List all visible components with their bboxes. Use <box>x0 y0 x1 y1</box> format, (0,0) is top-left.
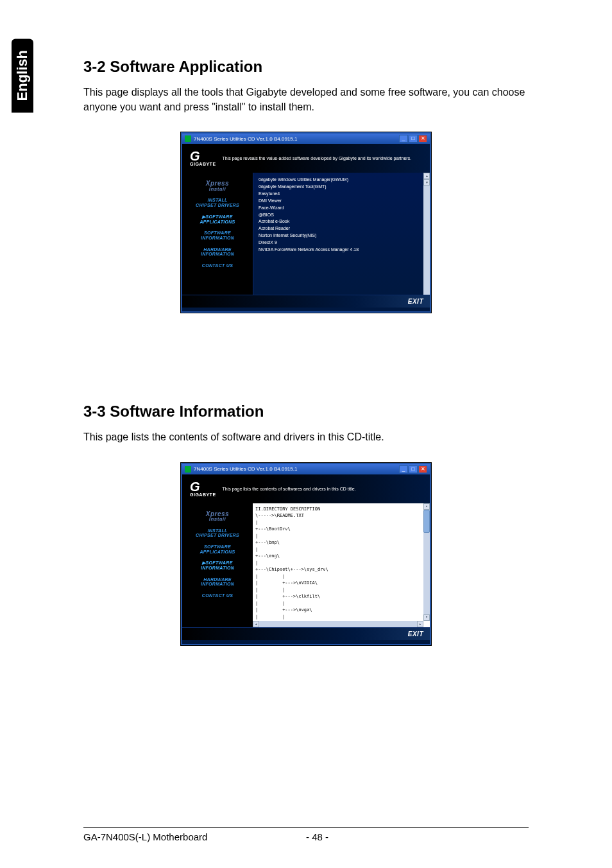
directory-tree: II.DIRECTORY DESCRIPTION \----->\README.… <box>255 506 420 627</box>
window-titlebar: 7N400S Series Utilities CD Ver.1.0 B4.09… <box>182 134 430 144</box>
window-title: 7N400S Series Utilities CD Ver.1.0 B4.09… <box>194 466 297 472</box>
horizontal-scrollbar[interactable]: ◂ ▸ <box>253 621 423 627</box>
close-icon[interactable]: ✕ <box>418 135 427 143</box>
software-application-window: 7N400S Series Utilities CD Ver.1.0 B4.09… <box>181 132 431 313</box>
scroll-left-icon[interactable]: ◂ <box>253 621 259 627</box>
scroll-right-icon[interactable]: ▸ <box>417 621 423 627</box>
nav-software-information[interactable]: SOFTWAREINFORMATION <box>182 228 253 243</box>
gigabyte-logo: G <box>190 150 216 162</box>
section-3-3-heading: 3-3 Software Information <box>83 403 529 421</box>
scroll-down-icon[interactable]: ▾ <box>423 179 430 186</box>
list-item[interactable]: Acrobat e-Book <box>259 218 425 225</box>
footer-product-name: GA-7N400S(-L) Motherboard <box>83 831 306 842</box>
list-item[interactable]: DirectX 9 <box>259 239 425 247</box>
vertical-scrollbar[interactable]: ▴ ▾ <box>423 173 430 295</box>
exit-button[interactable]: EXIT <box>408 630 423 638</box>
gigabyte-brand: GIGABYTE <box>190 162 216 166</box>
software-list-panel: Gigabyte Windows Utilities Manager(GWUM)… <box>253 173 430 295</box>
window-titlebar: 7N400S Series Utilities CD Ver.1.0 B4.09… <box>182 464 430 474</box>
scroll-down-icon[interactable]: ▾ <box>423 614 430 621</box>
list-item[interactable]: Acrobat Reader <box>259 225 425 232</box>
list-item[interactable]: @BIOS <box>259 212 425 219</box>
nav-contact-us[interactable]: CONTACT US <box>182 591 253 601</box>
scrollbar-thumb[interactable] <box>423 510 430 533</box>
exit-button[interactable]: EXIT <box>408 298 423 305</box>
app-icon <box>185 466 191 473</box>
minimize-icon[interactable]: _ <box>399 135 408 143</box>
list-item[interactable]: Norton Internet Security(NIS) <box>259 232 425 239</box>
maximize-icon[interactable]: □ <box>409 465 418 473</box>
nav-software-applications[interactable]: SOFTWAREAPPLICATIONS <box>182 542 253 557</box>
xpress-install-logo[interactable]: XpressInstall <box>182 508 253 525</box>
section-3-2-heading: 3-2 Software Application <box>83 58 529 76</box>
nav-software-applications[interactable]: ▶SOFTWAREAPPLICATIONS <box>182 212 253 227</box>
directory-tree-panel: II.DIRECTORY DESCRIPTION \----->\README.… <box>253 503 430 627</box>
section-3-3-body: This page lists the contents of software… <box>83 430 529 444</box>
list-item[interactable]: DMI Viewer <box>259 198 425 205</box>
close-icon[interactable]: ✕ <box>418 465 427 473</box>
window-title: 7N400S Series Utilities CD Ver.1.0 B4.09… <box>194 136 297 142</box>
gigabyte-logo: G <box>190 481 216 492</box>
nav-software-information[interactable]: ▶SOFTWAREINFORMATION <box>182 558 253 573</box>
app-icon <box>185 135 191 142</box>
scroll-up-icon[interactable]: ▴ <box>423 173 430 179</box>
gigabyte-brand: GIGABYTE <box>190 492 216 497</box>
nav-hardware-information[interactable]: HARDWAREINFORMATION <box>182 245 253 259</box>
maximize-icon[interactable]: □ <box>409 135 418 143</box>
nav-hardware-information[interactable]: HARDWAREINFORMATION <box>182 575 253 589</box>
header-description: This page lists the contents of software… <box>223 486 422 492</box>
section-3-2-body: This page displays all the tools that Gi… <box>83 85 529 114</box>
software-information-window: 7N400S Series Utilities CD Ver.1.0 B4.09… <box>181 463 431 645</box>
scroll-up-icon[interactable]: ▴ <box>423 503 430 510</box>
minimize-icon[interactable]: _ <box>399 465 408 473</box>
xpress-install-logo[interactable]: XpressInstall <box>182 178 253 194</box>
nav-contact-us[interactable]: CONTACT US <box>182 261 253 271</box>
nav-install-chipset-drivers[interactable]: INSTALLCHIPSET DRIVERS <box>182 526 253 541</box>
list-item[interactable]: Gigabyte Management Tool(GMT) <box>259 184 425 191</box>
nav-install-chipset-drivers[interactable]: INSTALLCHIPSET DRIVERS <box>182 195 253 210</box>
footer-page-number: - 48 - <box>306 831 328 842</box>
list-item[interactable]: Easytune4 <box>259 191 425 198</box>
list-item[interactable]: NVIDIA ForceWare Network Access Manager … <box>259 247 425 254</box>
language-tab: English <box>12 39 33 112</box>
list-item[interactable]: Face-Wizard <box>259 205 425 212</box>
vertical-scrollbar[interactable]: ▴ ▾ <box>423 503 430 621</box>
header-description: This page reveals the value-added softwa… <box>223 155 422 161</box>
list-item[interactable]: Gigabyte Windows Utilities Manager(GWUM) <box>259 177 425 184</box>
